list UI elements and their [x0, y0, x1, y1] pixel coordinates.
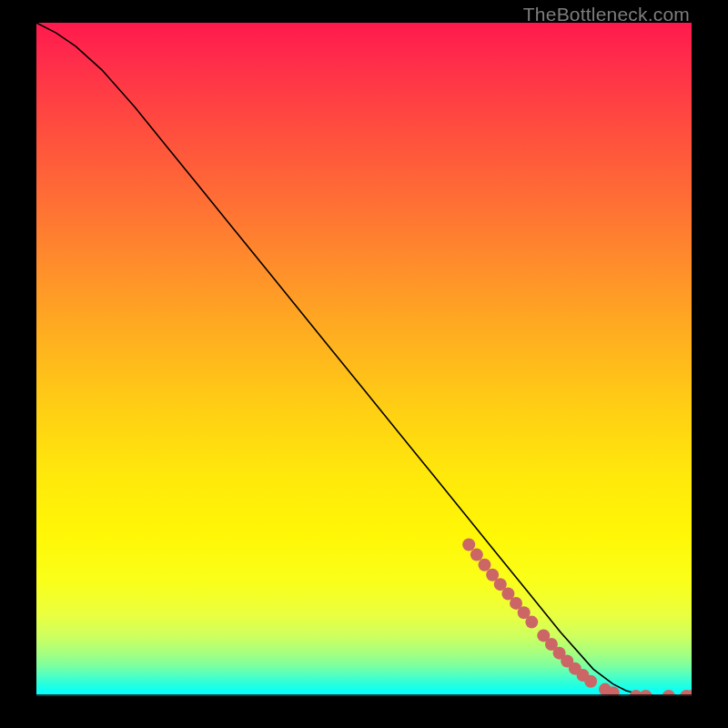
curve-line: [36, 23, 692, 696]
data-point: [470, 549, 483, 561]
data-point: [525, 616, 538, 629]
data-points: [462, 539, 692, 697]
data-point: [584, 675, 597, 688]
chart-svg: [36, 23, 692, 696]
data-point: [462, 539, 475, 551]
data-point: [478, 559, 490, 571]
chart-frame: TheBottleneck.com: [0, 0, 728, 728]
